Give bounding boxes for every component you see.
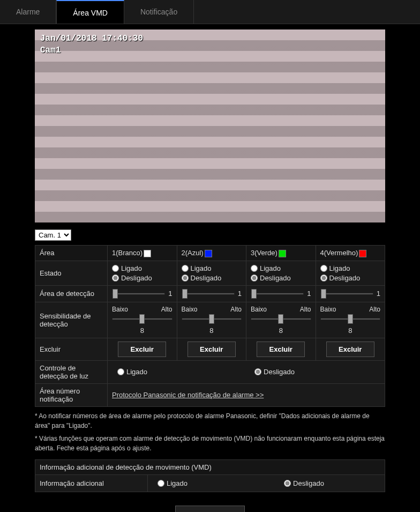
detect-value-3: 1 (307, 290, 311, 298)
sens-slider-2[interactable] (182, 314, 242, 324)
swatch-red (359, 250, 366, 257)
detect-slider-2[interactable] (182, 289, 235, 299)
header-area: Área (35, 246, 108, 261)
low-label-3: Baixo (251, 306, 267, 313)
light-control-off[interactable]: Desligado (254, 368, 295, 376)
light-control-on[interactable]: Ligado (117, 368, 147, 376)
detect-value-1: 1 (168, 290, 172, 298)
state-2-off[interactable]: Desligado (182, 274, 242, 282)
camera-preview[interactable]: Jan/01/2018 17:40:30 Cam1 (35, 29, 385, 222)
row-state-label: Estado (35, 261, 108, 285)
sens-value-1: 8 (112, 327, 172, 335)
note-1: * Ao notificar números de área de alarme… (35, 411, 385, 431)
state-3-on[interactable]: Ligado (251, 264, 311, 272)
swatch-green (279, 250, 286, 257)
detect-slider-1[interactable] (112, 289, 165, 299)
sens-value-2: 8 (182, 327, 242, 335)
header-area-2: 2(Azul) (177, 246, 246, 261)
add-info-off[interactable]: Desligado (284, 479, 324, 487)
tab-alarm[interactable]: Alarme (0, 0, 56, 24)
sens-value-4: 8 (320, 327, 381, 335)
row-sensitivity-label: Sensibilidade de detecção (35, 302, 108, 338)
sens-slider-3[interactable] (251, 314, 311, 324)
low-label-1: Baixo (112, 306, 128, 313)
high-label-3: Alto (300, 306, 311, 313)
exclude-button-4[interactable]: Excluir (326, 342, 374, 357)
state-1-off[interactable]: Desligado (112, 274, 172, 282)
header-area-4: 4(Vermelho) (316, 246, 385, 261)
low-label-4: Baixo (320, 306, 336, 313)
row-add-info-label: Informação adicional (35, 474, 148, 492)
add-info-section-title: Informação adicional de detecção de movi… (35, 459, 385, 474)
high-label-4: Alto (369, 306, 380, 313)
detect-slider-4[interactable] (320, 289, 373, 299)
swatch-blue (205, 250, 212, 257)
sens-slider-4[interactable] (320, 314, 381, 324)
low-label-2: Baixo (182, 306, 198, 313)
tabs-bar: Alarme Área VMD Notificação (0, 0, 420, 24)
exclude-button-3[interactable]: Excluir (257, 342, 305, 357)
define-button[interactable]: Definir (175, 506, 245, 512)
swatch-white (144, 250, 151, 257)
vmd-settings-table: Área 1(Branco) 2(Azul) 3(Verde) 4(Vermel… (35, 245, 385, 407)
state-2-on[interactable]: Ligado (182, 264, 242, 272)
header-area-1: 1(Branco) (108, 246, 177, 261)
notes-block: * Ao notificar números de área de alarme… (35, 407, 385, 459)
detect-slider-3[interactable] (251, 289, 304, 299)
row-light-control-label: Controle de detecção de luz (35, 360, 108, 383)
exclude-button-1[interactable]: Excluir (118, 342, 166, 357)
state-4-off[interactable]: Desligado (320, 274, 381, 282)
row-detect-area-label: Área de detecção (35, 285, 108, 302)
tab-notification[interactable]: Notificação (124, 0, 194, 24)
header-area-3: 3(Verde) (246, 246, 316, 261)
add-info-on[interactable]: Ligado (158, 479, 188, 487)
sens-value-3: 8 (251, 327, 311, 335)
high-label-2: Alto (230, 306, 242, 313)
exclude-button-2[interactable]: Excluir (188, 342, 236, 357)
preview-timestamp: Jan/01/2018 17:40:30 (40, 33, 143, 44)
state-4-on[interactable]: Ligado (320, 264, 381, 272)
camera-select[interactable]: Cam. 1 (35, 229, 71, 241)
high-label-1: Alto (161, 306, 172, 313)
panasonic-protocol-link[interactable]: Protocolo Panasonic de notificação de al… (112, 391, 264, 399)
detect-value-4: 1 (377, 290, 380, 298)
tab-area-vmd[interactable]: Área VMD (56, 0, 124, 24)
sens-slider-1[interactable] (112, 314, 172, 324)
state-1-on[interactable]: Ligado (112, 264, 172, 272)
row-area-notify-label: Área número notificação (35, 383, 108, 406)
note-2: * Várias funções que operam com alarme d… (35, 434, 385, 453)
state-3-off[interactable]: Desligado (251, 274, 311, 282)
row-exclude-label: Excluir (35, 338, 108, 360)
additional-info-table: Informação adicional de detecção de movi… (35, 459, 385, 492)
detect-value-2: 1 (238, 290, 242, 298)
preview-camera-label: Cam1 (40, 44, 143, 56)
